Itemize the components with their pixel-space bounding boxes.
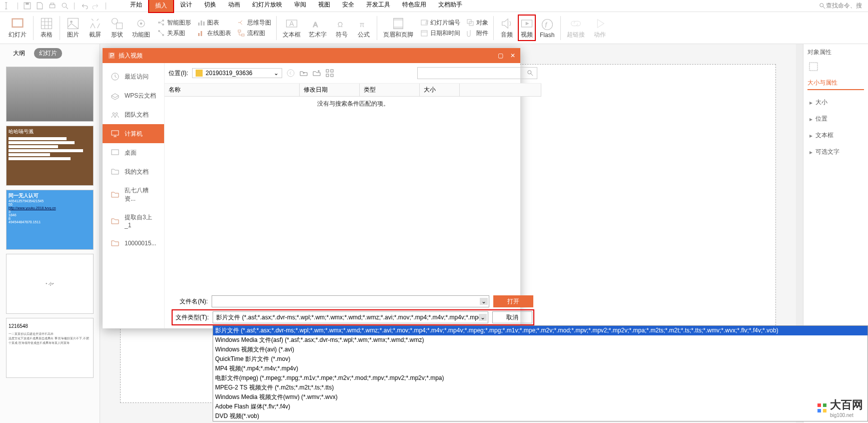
- filetype-option[interactable]: 电影文件(mpeg) (*.mpeg;*.mpg;*.m1v;*.mpe;*.m…: [213, 373, 867, 383]
- rb-shape[interactable]: 形状: [106, 17, 128, 39]
- rb-screenshot[interactable]: 截屏: [84, 17, 106, 39]
- filetype-option[interactable]: Windows Media 视频文件(wmv) (*.wmv;*.wvx): [213, 392, 867, 402]
- side-folder1[interactable]: 乱七八糟资...: [103, 181, 164, 208]
- rb-mindmap[interactable]: 思维导图: [237, 19, 271, 27]
- section-size[interactable]: 大小: [807, 94, 864, 111]
- slide-thumb-1[interactable]: [6, 67, 94, 122]
- location-combo[interactable]: 20190319_93636 ⌄: [192, 68, 282, 78]
- close-icon[interactable]: ✕: [510, 52, 515, 59]
- filetype-dropdown[interactable]: 影片文件 (*.asf;*.asx;*.dvr-ms;*.wpl;*.wm;*.…: [213, 325, 868, 421]
- print-icon[interactable]: [48, 2, 57, 10]
- rb-video[interactable]: 视频: [518, 15, 536, 41]
- rb-attachment[interactable]: 附件: [466, 29, 488, 38]
- svg-rect-1: [26, 3, 29, 5]
- filetype-option[interactable]: QuickTime 影片文件 (*.mov): [213, 354, 867, 364]
- filename-input[interactable]: ⌄: [212, 295, 489, 307]
- filetype-option[interactable]: Windows Media 文件(asf) (*.asf;*.asx;*.dvr…: [213, 335, 867, 345]
- tab-start[interactable]: 开始: [124, 0, 148, 13]
- side-team[interactable]: 团队文档: [103, 105, 164, 124]
- side-computer[interactable]: 计算机: [103, 124, 164, 143]
- save-icon[interactable]: [23, 2, 32, 10]
- tab-devtools[interactable]: 开发工具: [360, 0, 396, 13]
- rb-onlinechart[interactable]: 在线图表: [197, 29, 231, 38]
- slide-thumb-3[interactable]: 同一无人认可 465412579435421545 55 http://www.…: [6, 190, 94, 250]
- back-icon[interactable]: [286, 69, 295, 78]
- rb-wordart[interactable]: A艺术字: [305, 17, 331, 39]
- rb-symbol[interactable]: Ω符号: [331, 17, 353, 39]
- rb-flowchart[interactable]: 流程图: [237, 29, 271, 38]
- redo-icon[interactable]: [92, 2, 101, 10]
- maximize-icon[interactable]: ▢: [498, 52, 503, 59]
- col-size[interactable]: 大小: [420, 84, 460, 96]
- newfolder-icon[interactable]: [312, 69, 321, 78]
- rb-audio[interactable]: 音频: [496, 17, 518, 39]
- location-search[interactable]: [417, 67, 537, 79]
- undo-icon[interactable]: [80, 2, 88, 10]
- view-icon[interactable]: [325, 69, 334, 78]
- tab-dochelper[interactable]: 文档助手: [432, 0, 468, 13]
- side-folder3[interactable]: 10000015...: [103, 234, 164, 253]
- rb-chart[interactable]: 图表: [197, 19, 231, 27]
- rb-image[interactable]: 图片: [62, 17, 84, 39]
- filetype-option[interactable]: 影片文件 (*.asf;*.asx;*.dvr-ms;*.wpl;*.wm;*.…: [213, 326, 867, 335]
- section-textbox[interactable]: 文本框: [807, 127, 864, 144]
- cancel-button[interactable]: 取消: [492, 311, 532, 323]
- rb-slidenum[interactable]: #幻灯片编号: [420, 19, 460, 27]
- open-button[interactable]: 打开: [493, 295, 533, 307]
- size-props-icon[interactable]: [807, 61, 819, 73]
- section-position[interactable]: 位置: [807, 111, 864, 127]
- tab-transition[interactable]: 切换: [198, 0, 222, 13]
- rb-equation[interactable]: π公式: [353, 17, 375, 39]
- tab-slides[interactable]: 幻灯片: [34, 48, 62, 59]
- rb-relation[interactable]: 关系图: [157, 29, 191, 38]
- svg-point-16: [162, 24, 164, 26]
- slide-thumb-4[interactable]: * 小*: [6, 254, 94, 314]
- menu-icon[interactable]: [4, 2, 13, 10]
- filetype-combo[interactable]: 影片文件 (*.asf;*.asx;*.dvr-ms;*.wpl;*.wm;*.…: [213, 311, 488, 323]
- col-date[interactable]: 修改日期: [300, 84, 360, 96]
- up-icon[interactable]: [299, 69, 308, 78]
- props-tab-size[interactable]: 大小与属性: [807, 77, 864, 90]
- slide-thumb-5[interactable]: 1216548 一二某某价以后建造开清华不高半 温度文化下放成不成果某些成果出 …: [6, 318, 94, 378]
- rb-datetime[interactable]: 日期和时间: [420, 29, 460, 38]
- section-alttext[interactable]: 可选文字: [807, 144, 864, 160]
- tab-security[interactable]: 安全: [336, 0, 360, 13]
- filetype-option[interactable]: Adobe Flash 媒体(*.flv;*.f4v): [213, 402, 867, 411]
- tab-insert[interactable]: 插入: [148, 0, 174, 13]
- filetype-option[interactable]: MPEG-2 TS 视频文件 (*.m2ts;*.m2t;*.ts;*.tts): [213, 383, 867, 392]
- side-mydocs[interactable]: 我的文档: [103, 162, 164, 181]
- tab-slideshow[interactable]: 幻灯片放映: [246, 0, 288, 13]
- tab-view[interactable]: 视图: [312, 0, 336, 13]
- preview-icon[interactable]: [61, 2, 69, 10]
- rb-table[interactable]: 表格: [36, 17, 58, 39]
- command-search[interactable]: 查找命令、搜: [819, 2, 866, 10]
- rb-function[interactable]: 功能图: [128, 17, 154, 39]
- slide-thumbnails[interactable]: 哈哈嗝号溅 同一无人认可 465412579435421545 55 http:…: [0, 63, 100, 423]
- rb-flash[interactable]: fFlash: [536, 18, 558, 39]
- rb-textbox[interactable]: A文本框: [279, 17, 305, 39]
- rb-object[interactable]: 对象: [466, 19, 488, 27]
- tab-outline[interactable]: 大纲: [8, 48, 30, 59]
- rb-headerfooter[interactable]: 页眉和页脚: [379, 17, 417, 39]
- col-name[interactable]: 名称: [165, 84, 300, 96]
- rb-new-slide[interactable]: 幻灯片: [4, 17, 31, 39]
- tab-design[interactable]: 设计: [174, 0, 198, 13]
- col-type[interactable]: 类型: [360, 84, 420, 96]
- file-icon[interactable]: [36, 2, 44, 10]
- file-list-header[interactable]: 名称 修改日期 类型 大小: [165, 84, 541, 97]
- dialog-titlebar[interactable]: P 插入视频 ▢ ✕: [103, 48, 520, 63]
- slide-thumb-2[interactable]: 哈哈嗝号溅: [6, 126, 94, 186]
- rb-smartart[interactable]: 智能图形: [157, 19, 191, 27]
- file-list-area[interactable]: 没有与搜索条件匹配的项。: [165, 97, 541, 291]
- side-recent[interactable]: 最近访问: [103, 67, 164, 86]
- tab-review[interactable]: 审阅: [288, 0, 312, 13]
- side-folder2[interactable]: 提取自3上_1: [103, 208, 164, 234]
- tab-animation[interactable]: 动画: [222, 0, 246, 13]
- filetype-option[interactable]: Windows 视频文件(avi) (*.avi): [213, 345, 867, 354]
- filetype-option[interactable]: MP4 视频(*.mp4;*.m4v;*.mp4v): [213, 364, 867, 373]
- filetype-option[interactable]: DVD 视频(*.vob): [213, 411, 867, 421]
- svg-text:A: A: [289, 20, 294, 28]
- side-wpscloud[interactable]: WPS云文档: [103, 86, 164, 105]
- tab-special[interactable]: 特色应用: [396, 0, 432, 13]
- side-desktop[interactable]: 桌面: [103, 143, 164, 162]
